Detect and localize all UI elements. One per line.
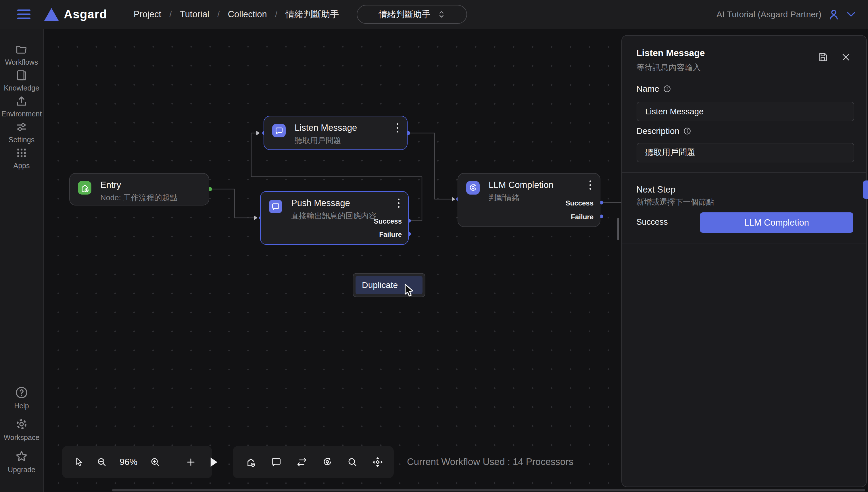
sidebar-item-workflows[interactable]: Workflows (0, 43, 43, 66)
node-listen-message[interactable]: Listen Message 聽取用戶問題 (264, 116, 407, 150)
breadcrumb-separator: / (169, 9, 172, 20)
breadcrumb-separator: / (217, 9, 220, 20)
breadcrumb: Project / Tutorial / Collection / 情緒判斷助手 (134, 8, 339, 20)
sidebar-item-knowledge[interactable]: Knowledge (0, 69, 43, 92)
sidebar-label: Workspace (4, 434, 40, 442)
chat-bubble-icon (269, 200, 282, 213)
pan-move-icon[interactable] (372, 457, 383, 468)
sidebar-label: Settings (9, 136, 34, 144)
asgard-logo-icon (44, 8, 59, 21)
chevron-down-icon[interactable] (846, 10, 856, 18)
swap-arrows-icon[interactable] (296, 457, 307, 468)
node-palette-toolbar (233, 446, 394, 478)
breadcrumb-current: 情緒判斷助手 (286, 8, 339, 20)
star-icon (15, 449, 28, 463)
node-title: Listen Message (295, 123, 357, 133)
output-success-label: Success (374, 217, 402, 225)
node-push-message[interactable]: Push Message 直接輸出訊息的回應內容 Success Failure (260, 191, 409, 245)
logo-text: Asgard (64, 7, 107, 21)
breadcrumb-project[interactable]: Project (134, 9, 161, 20)
sidebar-item-environment[interactable]: Environment (0, 95, 43, 118)
home-plus-icon (78, 181, 92, 195)
workflow-selector-value: 情緒判斷助手 (378, 9, 430, 20)
sidebar-item-upgrade[interactable]: Upgrade (0, 449, 43, 474)
success-row-label: Success (636, 217, 668, 227)
breadcrumb-tutorial[interactable]: Tutorial (180, 9, 209, 20)
account-name: AI Tutorial (Asgard Partner) (717, 9, 821, 19)
select-cursor-icon[interactable] (74, 457, 84, 467)
canvas-toolbar: 96% (62, 446, 212, 478)
node-menu-icon[interactable] (398, 199, 401, 210)
next-step-target-button[interactable]: LLM Completion (700, 212, 853, 233)
zoom-level: 96% (120, 457, 138, 467)
output-failure-label: Failure (571, 213, 594, 221)
panel-resize-handle[interactable] (617, 218, 619, 240)
sidebar-item-settings[interactable]: Settings (0, 121, 43, 144)
node-menu-icon[interactable] (397, 123, 399, 134)
folder-icon (15, 43, 28, 56)
node-title: LLM Completion (489, 180, 553, 190)
upload-icon (15, 95, 28, 107)
node-subtitle: 直接輸出訊息的回應內容 (291, 211, 376, 221)
search-icon[interactable] (347, 457, 357, 467)
panel-title: Listen Message (636, 48, 705, 58)
sidebar-item-help[interactable]: Help (0, 386, 43, 410)
processor-usage-status: Current Workflow Used : 14 Processors (407, 457, 573, 467)
node-entry[interactable]: Entry Node: 工作流程的起點 (69, 173, 209, 205)
llm-node-icon[interactable] (322, 457, 333, 468)
zoom-in-icon[interactable] (150, 457, 160, 467)
output-failure-label: Failure (379, 230, 402, 239)
add-node-icon[interactable] (186, 457, 196, 467)
workflow-selector[interactable]: 情緒判斷助手 (357, 5, 467, 24)
node-subtitle: Node: 工作流程的起點 (100, 193, 178, 203)
user-icon[interactable] (828, 8, 840, 20)
next-step-hint: 新增或選擇下一個節點 (636, 197, 714, 207)
mouse-cursor-icon (402, 283, 415, 299)
node-title: Push Message (291, 198, 350, 208)
top-navbar: Asgard Project / Tutorial / Collection /… (0, 0, 868, 29)
sidebar-label: Help (14, 402, 29, 410)
gear-icon (15, 417, 28, 431)
close-icon[interactable] (841, 52, 851, 62)
panel-subtitle: 等待訊息內容輸入 (636, 62, 701, 73)
panel-divider (622, 172, 866, 173)
panel-divider (622, 243, 866, 243)
sidebar-label: Knowledge (4, 84, 40, 92)
book-icon (15, 69, 28, 82)
horizontal-scrollbar[interactable] (112, 489, 865, 491)
entry-node-icon[interactable] (245, 457, 256, 468)
panel-divider (622, 77, 866, 77)
llm-bulb-icon (466, 181, 480, 195)
node-subtitle: 聽取用戶問題 (295, 136, 341, 146)
next-step-label: Next Step (636, 184, 675, 195)
name-input[interactable]: Listen Message (637, 102, 854, 121)
unfold-chevrons-icon (438, 10, 445, 19)
node-llm-completion[interactable]: LLM Completion 判斷情緒 Success Failure (457, 173, 600, 227)
sidebar-label: Workflows (5, 58, 38, 66)
sidebar-label: Apps (14, 162, 30, 170)
menu-icon[interactable] (17, 9, 30, 19)
info-icon (663, 84, 671, 93)
sidebar-item-apps[interactable]: Apps (0, 147, 43, 170)
collapsed-edge-button[interactable] (863, 180, 868, 199)
node-title: Entry (100, 180, 121, 190)
node-detail-panel: Listen Message 等待訊息內容輸入 Name Listen Mess… (621, 35, 867, 487)
chat-bubble-icon (272, 124, 286, 138)
grid-icon (15, 147, 28, 159)
message-node-icon[interactable] (271, 457, 282, 468)
help-icon (15, 386, 28, 399)
save-icon[interactable] (817, 52, 828, 63)
zoom-out-icon[interactable] (97, 457, 107, 467)
sidebar-label: Upgrade (8, 466, 35, 474)
info-icon (683, 127, 692, 136)
sidebar-item-workspace[interactable]: Workspace (0, 417, 43, 442)
description-input[interactable]: 聽取用戶問題 (637, 143, 854, 163)
left-sidebar: Workflows Knowledge Environment Settings… (0, 29, 44, 492)
run-workflow-icon[interactable] (209, 457, 219, 468)
node-menu-icon[interactable] (590, 180, 592, 192)
sliders-icon (15, 121, 28, 133)
sidebar-label: Environment (1, 110, 42, 118)
breadcrumb-collection[interactable]: Collection (228, 9, 267, 20)
name-label: Name (636, 84, 671, 94)
description-label: Description (636, 126, 692, 136)
